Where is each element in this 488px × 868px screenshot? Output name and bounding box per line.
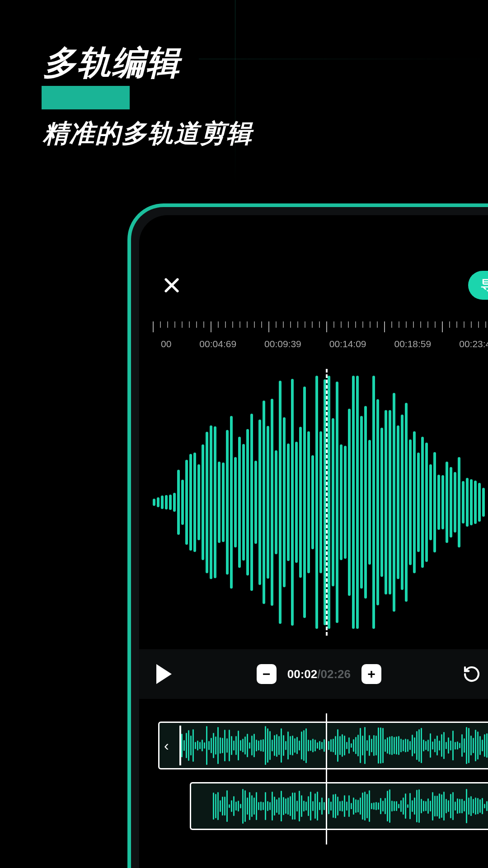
ruler-label: 00:04:69 xyxy=(199,339,236,349)
ruler-label: 00:23:49 xyxy=(459,339,488,349)
close-icon[interactable] xyxy=(162,275,182,295)
ruler-label: 00 xyxy=(161,339,171,349)
clip-handle-left[interactable]: ‹ xyxy=(164,737,173,754)
promo-title: 多轨编辑 xyxy=(43,41,253,86)
track-2[interactable] xyxy=(139,782,488,830)
top-bar: 导 xyxy=(162,269,488,301)
zoom-out-button[interactable]: − xyxy=(257,664,277,684)
time-display: 00:02/02:26 xyxy=(287,667,351,681)
export-button[interactable]: 导 xyxy=(468,271,488,300)
playhead[interactable] xyxy=(326,369,328,636)
export-label: 导 xyxy=(481,277,488,294)
track-1[interactable]: ‹ xyxy=(139,722,488,769)
title-underline xyxy=(42,86,130,109)
track-clip[interactable]: ‹ xyxy=(158,722,488,769)
ruler-label: 00:18:59 xyxy=(394,339,431,349)
promo-subtitle: 精准的多轨道剪辑 xyxy=(43,117,253,151)
multitrack-area: ‹ xyxy=(139,722,488,843)
promo-block: 多轨编辑 精准的多轨道剪辑 xyxy=(43,41,253,151)
ruler-ticks xyxy=(153,321,488,335)
ruler-labels: 0000:04:6900:09:3900:14:0900:18:5900:23:… xyxy=(153,335,488,349)
tracks-playhead[interactable] xyxy=(326,713,327,844)
screen: 导 0000:04:6900:09:3900:14:0900:18:5900:2… xyxy=(139,215,488,868)
device-frame: 导 0000:04:6900:09:3900:14:0900:18:5900:2… xyxy=(127,203,488,868)
play-button[interactable] xyxy=(156,664,172,684)
track-waveform xyxy=(213,783,488,829)
track-waveform xyxy=(181,723,488,768)
duration: 02:26 xyxy=(321,667,351,681)
waveform-bars xyxy=(140,369,488,636)
current-time: 00:02 xyxy=(287,667,318,681)
ruler-label: 00:09:39 xyxy=(264,339,301,349)
ruler-label: 00:14:09 xyxy=(329,339,366,349)
zoom-in-button[interactable]: + xyxy=(361,664,381,684)
track-clip[interactable] xyxy=(190,782,488,830)
playback-controls: − 00:02/02:26 + xyxy=(139,649,488,699)
main-waveform[interactable] xyxy=(139,369,488,636)
undo-icon[interactable] xyxy=(463,665,481,683)
timeline-ruler[interactable]: 0000:04:6900:09:3900:14:0900:18:5900:23:… xyxy=(153,321,488,362)
